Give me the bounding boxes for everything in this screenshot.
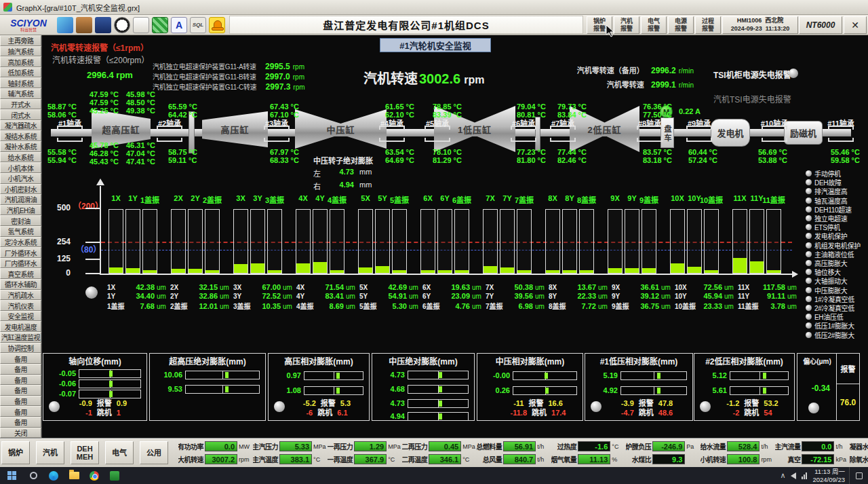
network-icon[interactable]: [802, 472, 807, 479]
status-label: 一再压力: [328, 441, 353, 451]
sidebar-item-1[interactable]: 主再旁路: [0, 35, 41, 46]
report-icon[interactable]: [133, 17, 149, 33]
font-icon[interactable]: A: [171, 17, 187, 33]
sidebar-item-18[interactable]: 密封油: [0, 215, 41, 226]
sidebar-item-11[interactable]: 凝补水系统: [0, 141, 41, 152]
bottom-nav-1[interactable]: 锅炉: [1, 441, 30, 464]
sidebar-item-19[interactable]: 氢气系统: [0, 226, 41, 237]
alarm-button-2[interactable]: 汽机报警: [614, 16, 639, 34]
bottom-nav-3[interactable]: DEH MEH: [71, 441, 99, 464]
indicator-lamp: [591, 401, 601, 412]
sidebar-item-22[interactable]: 厂内循环水: [0, 258, 41, 269]
sidebar-item-8[interactable]: 闭式水: [0, 109, 41, 120]
sidebar-item-9[interactable]: 凝汽器疏水: [0, 120, 41, 131]
sidebar-item-21[interactable]: 厂外循环水: [0, 247, 41, 258]
vibration-value: 36.61: [629, 283, 659, 291]
tags-icon[interactable]: [152, 17, 168, 33]
vibration-bar-fill: [359, 267, 372, 273]
sidebar-item-12[interactable]: 给水系统: [0, 152, 41, 163]
sidebar-item-2[interactable]: 抽汽系统: [0, 46, 41, 57]
volume-icon[interactable]: [791, 472, 796, 479]
main-speed-unit: rpm: [464, 74, 484, 86]
sidebar-item-31[interactable]: 备用: [0, 353, 41, 364]
sidebar-item-14[interactable]: 小机汽水: [0, 173, 41, 184]
sidebar-item-20[interactable]: 定冷水系统: [0, 237, 41, 248]
bottom-nav-5[interactable]: 公用: [140, 441, 168, 464]
sidebar-item-16[interactable]: 汽机润滑油: [0, 194, 41, 205]
sidebar-item-15[interactable]: 小机密封水: [0, 184, 41, 195]
trend-icon[interactable]: [95, 17, 111, 33]
status-value: 0.0: [205, 441, 237, 451]
sidebar-item-30[interactable]: 协调控制: [0, 343, 41, 354]
alarm-button-3[interactable]: 电气报警: [641, 16, 667, 34]
status-label: 水煤比: [632, 454, 652, 464]
vibration-bar-fill: [517, 270, 531, 273]
sidebar-item-29[interactable]: 汽缸温度监视: [0, 332, 41, 343]
temperature-value: 83.57 °C: [643, 148, 672, 156]
vibration-value: 32.86: [188, 292, 218, 300]
sidebar-item-5[interactable]: 轴封系统: [0, 77, 41, 88]
browser-icon[interactable]: [43, 467, 64, 484]
sidebar-item-28[interactable]: 发电机温度: [0, 321, 41, 332]
sidebar-item-33[interactable]: 备用: [0, 375, 41, 386]
sidebar-item-3[interactable]: 高加系统: [0, 56, 41, 67]
sidebar-item-7[interactable]: 开式水: [0, 99, 41, 110]
sidebar-item-27[interactable]: 安全监视: [0, 311, 41, 322]
graphx-taskbar-icon[interactable]: [104, 467, 125, 484]
sidebar-item-34[interactable]: 备用: [0, 385, 41, 396]
status-cell: 给水流量528.4t/h: [701, 441, 775, 451]
sidebar-item-38[interactable]: 关闭: [0, 428, 41, 439]
operators-icon[interactable]: [57, 17, 73, 33]
vibration-value: 50.38: [503, 283, 533, 291]
gauge-value: 4.94: [374, 412, 405, 420]
vibration-bar: [188, 209, 203, 274]
sql-icon[interactable]: SQL: [190, 17, 206, 33]
zero-speed-backup-unit: r/min: [679, 67, 694, 75]
search-icon[interactable]: [23, 467, 43, 484]
bar-group-label: 10盖振: [697, 194, 726, 205]
sidebar-item-24[interactable]: 循环水辅助: [0, 279, 41, 290]
sidebar-item-36[interactable]: 备用: [0, 406, 41, 417]
close-icon[interactable]: ✕: [844, 16, 867, 34]
sidebar-item-13[interactable]: 小机本体: [0, 162, 41, 173]
gauge-marker: [225, 372, 229, 378]
temperature-value: 45.78 °C: [90, 141, 119, 149]
vibration-bar-fill: [705, 270, 718, 273]
sidebar-item-26[interactable]: 汽机仪表: [0, 300, 41, 311]
sidebar-item-32[interactable]: 备用: [0, 364, 41, 375]
page-title[interactable]: #1汽轮机安全监视: [380, 38, 491, 52]
vibration-readout-column: 1X42.38um1Y34.40um1盖振7.68um: [107, 283, 170, 310]
start-icon[interactable]: [0, 467, 23, 484]
sidebar-item-23[interactable]: 真空系统: [0, 268, 41, 279]
vibration-unit: um: [470, 303, 485, 310]
temperature-value: 57.24 °C: [688, 156, 717, 164]
vibration-value: 22.33: [566, 292, 596, 300]
alarm-button-5[interactable]: 过程报警: [695, 16, 721, 34]
tray-chevron-up-icon[interactable]: ∧: [780, 471, 785, 480]
sidebar-item-17[interactable]: 汽机EH油: [0, 205, 41, 216]
sidebar-item-25[interactable]: 汽机疏水: [0, 290, 41, 301]
bottom-nav-2[interactable]: 汽机: [36, 441, 64, 464]
alarm-button-4[interactable]: 电源报警: [668, 16, 694, 34]
mimic-icon[interactable]: [114, 17, 130, 33]
vibration-unit: um: [344, 293, 359, 300]
alarm-list-item: 低压1#膨胀大: [806, 320, 868, 331]
vibration-point-label: 6Y: [422, 293, 440, 300]
sidebar-item-35[interactable]: 备用: [0, 396, 41, 407]
action-center-icon[interactable]: [849, 467, 868, 484]
sciyon-logo: SCIYON 科远智慧: [1, 18, 56, 32]
chrome-icon[interactable]: [84, 467, 104, 484]
vibration-bar-fill: [393, 270, 406, 273]
taskbar-clock[interactable]: 11:13 周一 2024/09/23: [812, 468, 845, 484]
bottom-nav-4[interactable]: 电气: [105, 441, 134, 464]
sidebar-item-4[interactable]: 低加系统: [0, 67, 41, 78]
bearing-label: #11轴承: [822, 117, 860, 128]
alarm-bell-icon[interactable]: [209, 17, 225, 33]
alarm-button[interactable]: 报警: [837, 354, 859, 384]
calculator-icon[interactable]: [76, 17, 92, 33]
sidebar-item-10[interactable]: 凝结水系统: [0, 130, 41, 141]
sidebar-item-37[interactable]: 备用: [0, 417, 41, 428]
file-explorer-icon[interactable]: [64, 467, 84, 484]
vibration-point-label: 2Y: [170, 293, 188, 300]
sidebar-item-6[interactable]: 辅汽系统: [0, 88, 41, 99]
